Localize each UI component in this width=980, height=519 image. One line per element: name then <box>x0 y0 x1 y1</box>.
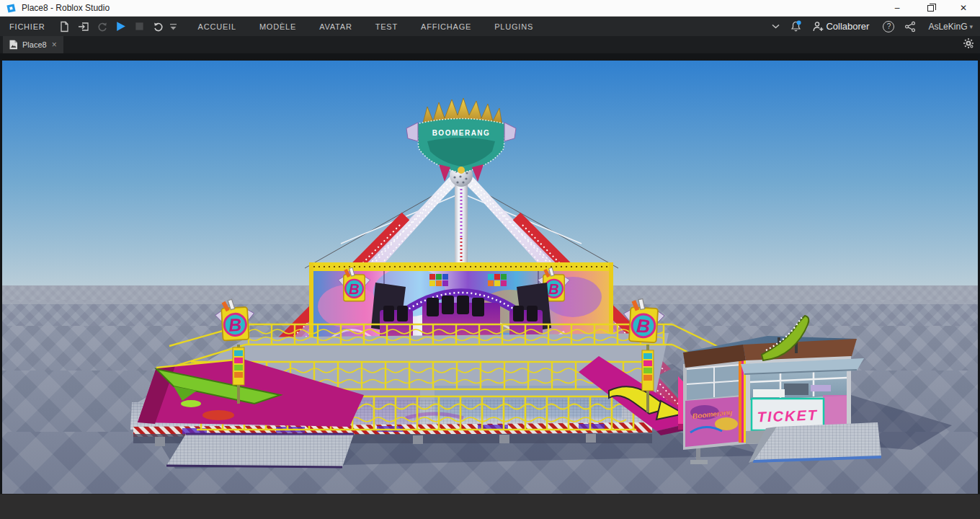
notifications-button[interactable] <box>785 18 807 35</box>
sky <box>2 61 978 285</box>
notification-dot <box>797 21 801 25</box>
help-button[interactable]: ? <box>878 18 899 35</box>
ribbon-collapse-button[interactable] <box>767 18 785 35</box>
menu-affichage[interactable]: AFFICHAGE <box>413 22 479 31</box>
undo-icon <box>153 21 164 32</box>
share-icon <box>904 21 916 32</box>
restore-icon <box>927 5 934 12</box>
open-file-icon <box>78 21 89 32</box>
redo-button[interactable] <box>93 19 112 35</box>
play-button[interactable] <box>112 19 130 35</box>
add-collaborator-icon <box>812 21 824 32</box>
account-username[interactable]: AsLeKinG <box>928 22 967 32</box>
close-button[interactable]: ✕ <box>947 0 980 16</box>
booth-ramp[interactable] <box>749 422 881 463</box>
account-caret-icon[interactable]: ▾ <box>969 23 973 30</box>
document-tabbar: Place8 × <box>0 36 980 53</box>
menu-test[interactable]: TEST <box>368 22 406 31</box>
redo-icon <box>97 21 108 32</box>
stop-button[interactable] <box>130 19 149 35</box>
entry-ramp[interactable] <box>166 434 354 467</box>
3d-viewport[interactable]: B <box>2 61 978 494</box>
crest-text: BOOMERANG <box>432 129 491 137</box>
menu-modele[interactable]: MODÈLE <box>251 22 304 31</box>
tab-label: Place8 <box>22 40 47 49</box>
place-file-icon <box>9 40 18 50</box>
play-icon <box>115 20 127 32</box>
stop-icon <box>134 21 145 32</box>
toolbar-options-icon <box>169 22 177 31</box>
new-file-button[interactable] <box>55 19 74 35</box>
chevron-down-icon <box>772 24 780 30</box>
roblox-studio-logo <box>6 3 17 14</box>
ribbon-bar: FICHIER <box>0 17 980 36</box>
new-file-icon <box>59 21 70 32</box>
toolbar-options-button[interactable] <box>168 19 179 35</box>
ticket-sign-text: TICKET <box>757 407 818 425</box>
undo-button[interactable] <box>149 19 168 35</box>
collaborate-label: Collaborer <box>826 21 869 32</box>
window-title: Place8 - Roblox Studio <box>22 3 110 13</box>
minimize-button[interactable]: – <box>881 0 914 16</box>
viewport-dock: B <box>0 53 980 494</box>
gear-icon <box>963 37 974 49</box>
bottom-dock <box>0 494 980 519</box>
scene-canvas[interactable]: B <box>2 61 978 494</box>
menu-accueil[interactable]: ACCUEIL <box>190 22 244 31</box>
file-menu-button[interactable]: FICHIER <box>0 22 55 31</box>
maximize-button[interactable] <box>914 0 947 16</box>
window-titlebar: Place8 - Roblox Studio – ✕ <box>0 0 980 17</box>
bell-icon <box>790 20 802 32</box>
menu-avatar[interactable]: AVATAR <box>311 22 360 31</box>
game-settings-button[interactable] <box>963 37 974 52</box>
share-button[interactable] <box>899 18 921 35</box>
menu-plugins[interactable]: PLUGINS <box>486 22 541 31</box>
tab-close-button[interactable]: × <box>52 40 57 50</box>
place-tab[interactable]: Place8 × <box>3 36 63 53</box>
open-file-button[interactable] <box>74 19 93 35</box>
collaborate-button[interactable]: Collaborer <box>807 18 878 35</box>
help-icon: ? <box>883 21 894 32</box>
